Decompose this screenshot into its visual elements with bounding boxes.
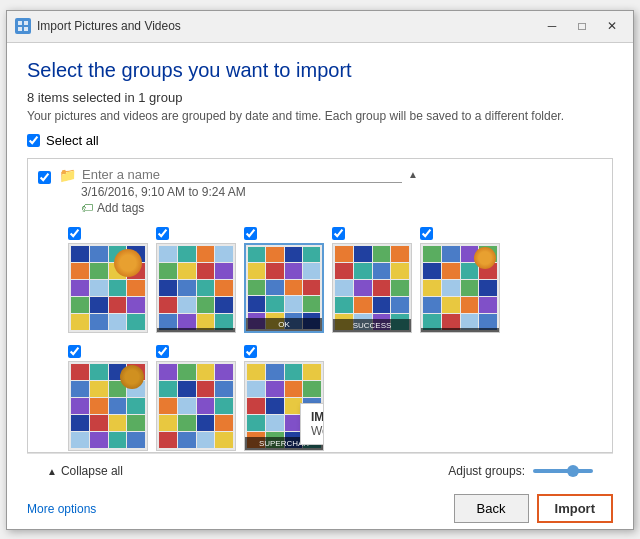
collapse-icon: ▲ (47, 466, 57, 477)
app-icon (15, 18, 31, 34)
thumbnail-8[interactable]: SUPERCHAR IMG_4619.PNG Wednesday, March … (244, 361, 324, 451)
description-text: Your pictures and videos are grouped by … (27, 109, 613, 123)
title-bar: Import Pictures and Videos ─ □ ✕ (7, 11, 633, 43)
add-tags-link[interactable]: Add tags (97, 201, 144, 215)
content-area: Select the groups you want to import 8 i… (7, 43, 633, 489)
group-header: 📁 ▲ 3/16/2016, 9:10 AM to 9:24 AM 🏷 Add … (28, 159, 612, 223)
group-name-row: 📁 ▲ (59, 167, 602, 183)
thumbnail-3[interactable]: OK (244, 243, 324, 333)
window-title: Import Pictures and Videos (37, 19, 539, 33)
footer: More options Back Import (7, 489, 633, 529)
close-button[interactable]: ✕ (599, 16, 625, 36)
maximize-button[interactable]: □ (569, 16, 595, 36)
thumb-checkbox-4[interactable] (332, 227, 345, 240)
add-tags-row: 🏷 Add tags (81, 201, 602, 215)
thumbnail-7[interactable] (156, 361, 236, 451)
page-title: Select the groups you want to import (27, 59, 613, 82)
list-item (68, 227, 148, 333)
thumbnail-5[interactable] (420, 243, 500, 333)
tooltip-title: IMG_4619.PNG (311, 410, 324, 424)
svg-rect-1 (24, 21, 28, 25)
thumb-checkbox-1[interactable] (68, 227, 81, 240)
items-count: 8 items selected in 1 group (27, 90, 613, 105)
thumb-caption-4: SUCCESS (333, 319, 411, 332)
groups-scroll-area[interactable]: 📁 ▲ 3/16/2016, 9:10 AM to 9:24 AM 🏷 Add … (27, 158, 613, 453)
group-info: 📁 ▲ 3/16/2016, 9:10 AM to 9:24 AM 🏷 Add … (59, 167, 602, 215)
thumbnails-grid: OK (28, 223, 612, 341)
main-window: Import Pictures and Videos ─ □ ✕ Select … (6, 10, 634, 530)
expand-icon: ▲ (408, 169, 418, 180)
thumb-checkbox-8[interactable] (244, 345, 257, 358)
window-controls: ─ □ ✕ (539, 16, 625, 36)
tag-icon: 🏷 (81, 201, 93, 215)
list-item: SUCCESS (332, 227, 412, 333)
group-name-input[interactable] (82, 167, 402, 183)
thumb-checkbox-3[interactable] (244, 227, 257, 240)
thumb-checkbox-7[interactable] (156, 345, 169, 358)
thumb-checkbox-2[interactable] (156, 227, 169, 240)
svg-rect-3 (24, 27, 28, 31)
thumbnails-grid-row2: SUPERCHAR IMG_4619.PNG Wednesday, March … (28, 341, 612, 453)
select-all-checkbox[interactable] (27, 134, 40, 147)
tooltip-date: Wednesday, March 16, 2016 9:20 AM (311, 424, 324, 438)
thumb-checkbox-6[interactable] (68, 345, 81, 358)
thumbnail-1[interactable] (68, 243, 148, 333)
thumbnail-4[interactable]: SUCCESS (332, 243, 412, 333)
thumb-caption-2 (157, 328, 235, 332)
thumbnail-2[interactable] (156, 243, 236, 333)
list-item (156, 345, 236, 451)
collapse-all-label: Collapse all (61, 464, 123, 478)
svg-rect-0 (18, 21, 22, 25)
adjust-groups-slider[interactable] (533, 469, 593, 473)
list-item: OK (244, 227, 324, 333)
thumb-caption-5 (421, 328, 499, 332)
group-date: 3/16/2016, 9:10 AM to 9:24 AM (81, 185, 602, 199)
list-item (68, 345, 148, 451)
collapse-all-button[interactable]: ▲ Collapse all (47, 464, 123, 478)
image-tooltip: IMG_4619.PNG Wednesday, March 16, 2016 9… (300, 403, 324, 445)
footer-buttons: Back Import (454, 494, 613, 523)
adjust-groups-label: Adjust groups: (448, 464, 525, 478)
more-options-link[interactable]: More options (27, 502, 96, 516)
list-item (156, 227, 236, 333)
group-checkbox[interactable] (38, 171, 51, 184)
back-button[interactable]: Back (454, 494, 529, 523)
select-all-label[interactable]: Select all (46, 133, 99, 148)
svg-rect-2 (18, 27, 22, 31)
thumbnail-6[interactable] (68, 361, 148, 451)
bottom-bar: ▲ Collapse all Adjust groups: (27, 453, 613, 489)
list-item: SUPERCHAR IMG_4619.PNG Wednesday, March … (244, 345, 324, 451)
thumb-caption-3: OK (246, 318, 322, 331)
minimize-button[interactable]: ─ (539, 16, 565, 36)
import-button[interactable]: Import (537, 494, 613, 523)
folder-icon: 📁 (59, 167, 76, 183)
list-item (420, 227, 500, 333)
thumb-checkbox-5[interactable] (420, 227, 433, 240)
select-all-row: Select all (27, 133, 613, 148)
